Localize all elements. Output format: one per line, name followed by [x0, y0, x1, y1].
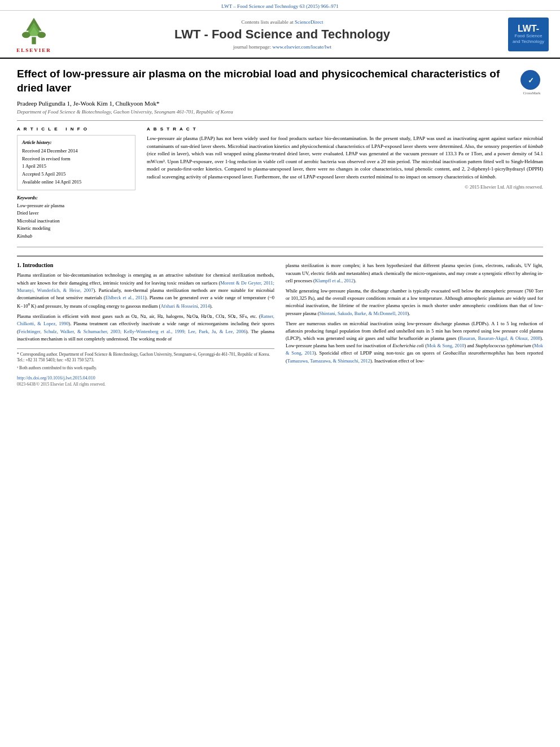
copyright-footer: 0023-6438/© 2015 Elsevier Ltd. All right…	[17, 382, 274, 387]
svg-point-5	[37, 32, 46, 38]
revised-date: 1 April 2015	[22, 163, 130, 170]
footnote-section: * Corresponding author. Department of Fo…	[17, 348, 274, 372]
ref-feichtinger[interactable]: Feichtinger, Schulz, Walker, & Schumache…	[19, 329, 246, 334]
homepage-link[interactable]: www.elsevier.com/locate/lwt	[273, 44, 331, 50]
intro-para-1: Plasma sterilization or bio-decontaminat…	[17, 272, 274, 310]
abstract-heading: A B S T R A C T	[147, 126, 543, 132]
journal-homepage-line: journal homepage: www.elsevier.com/locat…	[56, 44, 508, 50]
journal-title-header: LWT - Food Science and Technology	[56, 27, 508, 42]
two-col-section: A R T I C L E I N F O Article history: R…	[17, 126, 543, 240]
homepage-prefix: journal homepage:	[233, 44, 272, 50]
ref-morent[interactable]: Morent & De Geyter, 2011; Muranyi, Wunde…	[17, 280, 274, 293]
sciencedirect-prefix: Contents lists available at	[242, 19, 295, 25]
ref-klampfl[interactable]: Klampfl et al., 2012	[315, 278, 353, 283]
ref-mok-2010[interactable]: Mok & Song, 2010	[427, 343, 464, 348]
ref-basaran[interactable]: Basaran, Basaran-Akgul, & Oksuz, 2008	[460, 335, 540, 341]
separator-2	[17, 247, 543, 247]
intro-heading: 1. Introduction	[17, 262, 274, 268]
article-info-box: Article history: Received 24 December 20…	[17, 135, 135, 190]
authors-line: Pradeep Puligundla 1, Je-Wook Kim 1, Chu…	[17, 100, 543, 107]
keyword-5: Kimbab	[17, 233, 135, 241]
doi-line: http://dx.doi.org/10.1016/j.lwt.2015.04.…	[17, 375, 274, 381]
journal-ref-text: LWT – Food Science and Technology 63 (20…	[221, 3, 338, 9]
article-main: Effect of low-pressure air plasma on the…	[0, 59, 560, 395]
keyword-2: Dried laver	[17, 209, 135, 217]
ref-ratner[interactable]: Ratner, Chilkotti, & Lopez, 1990	[17, 313, 274, 326]
keywords-label: Keywords:	[17, 195, 135, 200]
lwt-logo-box: LWT- Food Scienceand Technology	[508, 18, 549, 51]
lwt-logo-title: LWT-	[518, 24, 539, 33]
crossmark-label: CrossMark	[520, 91, 543, 95]
accepted-date: Accepted 5 April 2015	[22, 171, 130, 178]
ref-afshari[interactable]: Afshari & Hosseini, 2014	[160, 303, 209, 309]
abstract-text: Low-pressure air plasma (LPAP) has not b…	[147, 135, 543, 181]
right-para-1: plasma sterilization is more complex; it…	[286, 262, 543, 285]
sciencedirect-line: Contents lists available at ScienceDirec…	[56, 19, 508, 25]
right-para-2: While generating low-pressure plasma, th…	[286, 287, 543, 317]
revised-label: Received in revised form	[22, 155, 130, 163]
journal-reference-bar: LWT – Food Science and Technology 63 (20…	[0, 0, 560, 11]
intro-para-2: Plasma sterilization is efficient with m…	[17, 313, 274, 343]
footnote-corresponding: * Corresponding author. Department of Fo…	[17, 352, 274, 364]
doi-text[interactable]: http://dx.doi.org/10.1016/j.lwt.2015.04.…	[17, 375, 95, 381]
svg-rect-0	[32, 37, 36, 45]
svg-point-4	[22, 32, 30, 38]
sciencedirect-link[interactable]: ScienceDirect	[295, 19, 323, 25]
separator-1	[17, 120, 543, 121]
right-column: A B S T R A C T Low-pressure air plasma …	[147, 126, 543, 240]
affiliation-line: Department of Food Science & Biotechnolo…	[17, 109, 543, 115]
article-info-heading: A R T I C L E I N F O	[17, 126, 135, 132]
body-right-col: plasma sterilization is more complex; it…	[286, 262, 543, 387]
keyword-1: Low-pressure air plasma	[17, 202, 135, 210]
elsevier-tree-icon	[17, 15, 51, 46]
ref-tamazawa[interactable]: Tamazawa, Tamazawa, & Shimauchi, 2012	[287, 358, 370, 364]
right-para-3: There are numerous studies on microbial …	[286, 320, 543, 365]
body-left-col: 1. Introduction Plasma sterilization or …	[17, 262, 274, 387]
header-center: Contents lists available at ScienceDirec…	[56, 19, 508, 50]
history-label: Article history:	[22, 139, 130, 146]
elsevier-label: ELSEVIER	[16, 47, 51, 53]
crossmark-logo: ✓ CrossMark	[520, 70, 543, 95]
ref-shintani[interactable]: Shintani, Sakudo, Burke, & McDonnell, 20…	[319, 311, 407, 316]
lwt-logo-subtitle: Food Scienceand Technology	[513, 33, 544, 44]
keyword-4: Kinetic modeling	[17, 225, 135, 233]
crossmark-icon: ✓	[520, 70, 540, 90]
svg-text:✓: ✓	[527, 76, 533, 85]
authors-text: Pradeep Puligundla 1, Je-Wook Kim 1, Chu…	[17, 100, 159, 107]
keywords-section: Keywords: Low-pressure air plasma Dried …	[17, 195, 135, 241]
keyword-3: Microbial inactivation	[17, 217, 135, 225]
elsevier-logo: ELSEVIER	[11, 15, 56, 53]
article-title-section: Effect of low-pressure air plasma on the…	[17, 67, 543, 95]
abstract-copyright: © 2015 Elsevier Ltd. All rights reserved…	[147, 184, 543, 190]
left-column: A R T I C L E I N F O Article history: R…	[17, 126, 135, 240]
article-title: Effect of low-pressure air plasma on the…	[17, 67, 515, 95]
ref-ehlbeck[interactable]: Ehlbeck et al., 2011	[106, 295, 145, 300]
online-date: Available online 14 April 2015	[22, 178, 130, 186]
received-date: Received 24 December 2014	[22, 147, 130, 155]
body-section: 1. Introduction Plasma sterilization or …	[17, 256, 543, 387]
journal-header: ELSEVIER Contents lists available at Sci…	[0, 11, 560, 59]
footnote-equal: ¹ Both authors contributed to this work …	[17, 365, 274, 372]
